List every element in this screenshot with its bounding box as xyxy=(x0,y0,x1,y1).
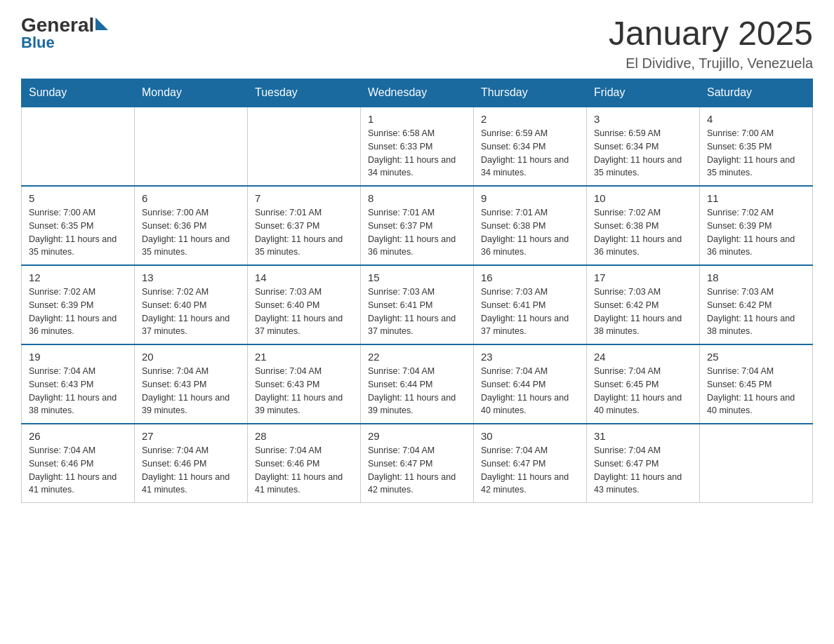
calendar-cell xyxy=(135,107,248,186)
day-info: Sunrise: 6:59 AM Sunset: 6:34 PM Dayligh… xyxy=(594,128,682,177)
calendar-cell: 8Sunrise: 7:01 AM Sunset: 6:37 PM Daylig… xyxy=(361,186,474,265)
calendar-cell: 28Sunrise: 7:04 AM Sunset: 6:46 PM Dayli… xyxy=(248,424,361,503)
day-number: 16 xyxy=(481,271,579,283)
day-number: 19 xyxy=(29,351,127,363)
calendar-cell: 25Sunrise: 7:04 AM Sunset: 6:45 PM Dayli… xyxy=(700,344,813,424)
calendar-week-3: 12Sunrise: 7:02 AM Sunset: 6:39 PM Dayli… xyxy=(22,265,813,344)
calendar-header-tuesday: Tuesday xyxy=(248,79,361,107)
day-number: 20 xyxy=(142,351,240,363)
day-info: Sunrise: 7:03 AM Sunset: 6:42 PM Dayligh… xyxy=(707,287,795,336)
calendar-cell: 16Sunrise: 7:03 AM Sunset: 6:41 PM Dayli… xyxy=(474,265,587,344)
day-number: 1 xyxy=(368,113,466,125)
calendar-week-2: 5Sunrise: 7:00 AM Sunset: 6:35 PM Daylig… xyxy=(22,186,813,265)
calendar-cell: 2Sunrise: 6:59 AM Sunset: 6:34 PM Daylig… xyxy=(474,107,587,186)
calendar-header-friday: Friday xyxy=(587,79,700,107)
calendar-cell xyxy=(700,424,813,503)
calendar-header-row: SundayMondayTuesdayWednesdayThursdayFrid… xyxy=(22,79,813,107)
day-info: Sunrise: 7:02 AM Sunset: 6:39 PM Dayligh… xyxy=(29,287,117,336)
calendar-cell: 26Sunrise: 7:04 AM Sunset: 6:46 PM Dayli… xyxy=(22,424,135,503)
location-label: El Dividive, Trujillo, Venezuela xyxy=(609,55,813,72)
calendar-cell: 18Sunrise: 7:03 AM Sunset: 6:42 PM Dayli… xyxy=(700,265,813,344)
calendar-cell: 14Sunrise: 7:03 AM Sunset: 6:40 PM Dayli… xyxy=(248,265,361,344)
day-number: 12 xyxy=(29,271,127,283)
day-info: Sunrise: 6:59 AM Sunset: 6:34 PM Dayligh… xyxy=(481,128,569,177)
day-number: 23 xyxy=(481,351,579,363)
day-info: Sunrise: 7:04 AM Sunset: 6:43 PM Dayligh… xyxy=(255,366,343,415)
calendar-cell: 22Sunrise: 7:04 AM Sunset: 6:44 PM Dayli… xyxy=(361,344,474,424)
day-number: 9 xyxy=(481,192,579,204)
calendar-cell: 27Sunrise: 7:04 AM Sunset: 6:46 PM Dayli… xyxy=(135,424,248,503)
month-title: January 2025 xyxy=(609,14,813,53)
day-info: Sunrise: 7:02 AM Sunset: 6:38 PM Dayligh… xyxy=(594,208,682,257)
day-info: Sunrise: 7:03 AM Sunset: 6:41 PM Dayligh… xyxy=(368,287,456,336)
logo: General Blue xyxy=(21,14,108,52)
day-info: Sunrise: 7:01 AM Sunset: 6:37 PM Dayligh… xyxy=(368,208,456,257)
day-number: 25 xyxy=(707,351,805,363)
calendar-cell: 12Sunrise: 7:02 AM Sunset: 6:39 PM Dayli… xyxy=(22,265,135,344)
calendar-cell: 21Sunrise: 7:04 AM Sunset: 6:43 PM Dayli… xyxy=(248,344,361,424)
day-info: Sunrise: 7:04 AM Sunset: 6:46 PM Dayligh… xyxy=(142,445,230,495)
day-number: 7 xyxy=(255,192,353,204)
day-info: Sunrise: 7:04 AM Sunset: 6:44 PM Dayligh… xyxy=(481,366,569,415)
logo-blue-text: Blue xyxy=(21,34,55,52)
day-number: 5 xyxy=(29,192,127,204)
day-number: 11 xyxy=(707,192,805,204)
calendar-cell: 23Sunrise: 7:04 AM Sunset: 6:44 PM Dayli… xyxy=(474,344,587,424)
day-info: Sunrise: 7:04 AM Sunset: 6:47 PM Dayligh… xyxy=(594,445,682,495)
calendar-cell: 20Sunrise: 7:04 AM Sunset: 6:43 PM Dayli… xyxy=(135,344,248,424)
day-info: Sunrise: 7:04 AM Sunset: 6:43 PM Dayligh… xyxy=(29,366,117,415)
day-info: Sunrise: 7:00 AM Sunset: 6:36 PM Dayligh… xyxy=(142,208,230,257)
day-info: Sunrise: 7:03 AM Sunset: 6:40 PM Dayligh… xyxy=(255,287,343,336)
calendar-table: SundayMondayTuesdayWednesdayThursdayFrid… xyxy=(21,79,813,503)
calendar-header-monday: Monday xyxy=(135,79,248,107)
calendar-header-saturday: Saturday xyxy=(700,79,813,107)
calendar-week-4: 19Sunrise: 7:04 AM Sunset: 6:43 PM Dayli… xyxy=(22,344,813,424)
calendar-cell: 15Sunrise: 7:03 AM Sunset: 6:41 PM Dayli… xyxy=(361,265,474,344)
day-number: 17 xyxy=(594,271,692,283)
day-info: Sunrise: 7:03 AM Sunset: 6:41 PM Dayligh… xyxy=(481,287,569,336)
day-number: 4 xyxy=(707,113,805,125)
calendar-cell: 1Sunrise: 6:58 AM Sunset: 6:33 PM Daylig… xyxy=(361,107,474,186)
day-info: Sunrise: 7:04 AM Sunset: 6:46 PM Dayligh… xyxy=(29,445,117,495)
calendar-cell: 7Sunrise: 7:01 AM Sunset: 6:37 PM Daylig… xyxy=(248,186,361,265)
day-info: Sunrise: 7:04 AM Sunset: 6:45 PM Dayligh… xyxy=(594,366,682,415)
calendar-header-sunday: Sunday xyxy=(22,79,135,107)
day-info: Sunrise: 7:04 AM Sunset: 6:47 PM Dayligh… xyxy=(481,445,569,495)
day-number: 2 xyxy=(481,113,579,125)
svg-marker-0 xyxy=(95,18,108,30)
calendar-week-1: 1Sunrise: 6:58 AM Sunset: 6:33 PM Daylig… xyxy=(22,107,813,186)
calendar-cell: 29Sunrise: 7:04 AM Sunset: 6:47 PM Dayli… xyxy=(361,424,474,503)
day-number: 3 xyxy=(594,113,692,125)
logo-arrow-icon xyxy=(95,18,108,30)
calendar-cell: 30Sunrise: 7:04 AM Sunset: 6:47 PM Dayli… xyxy=(474,424,587,503)
day-info: Sunrise: 7:02 AM Sunset: 6:40 PM Dayligh… xyxy=(142,287,230,336)
day-number: 30 xyxy=(481,430,579,442)
calendar-week-5: 26Sunrise: 7:04 AM Sunset: 6:46 PM Dayli… xyxy=(22,424,813,503)
day-info: Sunrise: 7:00 AM Sunset: 6:35 PM Dayligh… xyxy=(707,128,795,177)
day-info: Sunrise: 7:04 AM Sunset: 6:45 PM Dayligh… xyxy=(707,366,795,415)
day-number: 15 xyxy=(368,271,466,283)
calendar-header-thursday: Thursday xyxy=(474,79,587,107)
calendar-cell: 17Sunrise: 7:03 AM Sunset: 6:42 PM Dayli… xyxy=(587,265,700,344)
calendar-cell: 9Sunrise: 7:01 AM Sunset: 6:38 PM Daylig… xyxy=(474,186,587,265)
day-number: 18 xyxy=(707,271,805,283)
day-number: 29 xyxy=(368,430,466,442)
day-info: Sunrise: 7:04 AM Sunset: 6:46 PM Dayligh… xyxy=(255,445,343,495)
day-number: 28 xyxy=(255,430,353,442)
calendar-cell: 31Sunrise: 7:04 AM Sunset: 6:47 PM Dayli… xyxy=(587,424,700,503)
day-info: Sunrise: 7:03 AM Sunset: 6:42 PM Dayligh… xyxy=(594,287,682,336)
day-number: 22 xyxy=(368,351,466,363)
calendar-cell: 5Sunrise: 7:00 AM Sunset: 6:35 PM Daylig… xyxy=(22,186,135,265)
day-info: Sunrise: 7:04 AM Sunset: 6:47 PM Dayligh… xyxy=(368,445,456,495)
calendar-cell: 11Sunrise: 7:02 AM Sunset: 6:39 PM Dayli… xyxy=(700,186,813,265)
day-number: 6 xyxy=(142,192,240,204)
day-number: 27 xyxy=(142,430,240,442)
calendar-cell xyxy=(22,107,135,186)
day-info: Sunrise: 7:04 AM Sunset: 6:43 PM Dayligh… xyxy=(142,366,230,415)
day-info: Sunrise: 7:01 AM Sunset: 6:37 PM Dayligh… xyxy=(255,208,343,257)
calendar-cell: 4Sunrise: 7:00 AM Sunset: 6:35 PM Daylig… xyxy=(700,107,813,186)
calendar-cell: 19Sunrise: 7:04 AM Sunset: 6:43 PM Dayli… xyxy=(22,344,135,424)
calendar-header-wednesday: Wednesday xyxy=(361,79,474,107)
calendar-cell: 3Sunrise: 6:59 AM Sunset: 6:34 PM Daylig… xyxy=(587,107,700,186)
day-number: 8 xyxy=(368,192,466,204)
